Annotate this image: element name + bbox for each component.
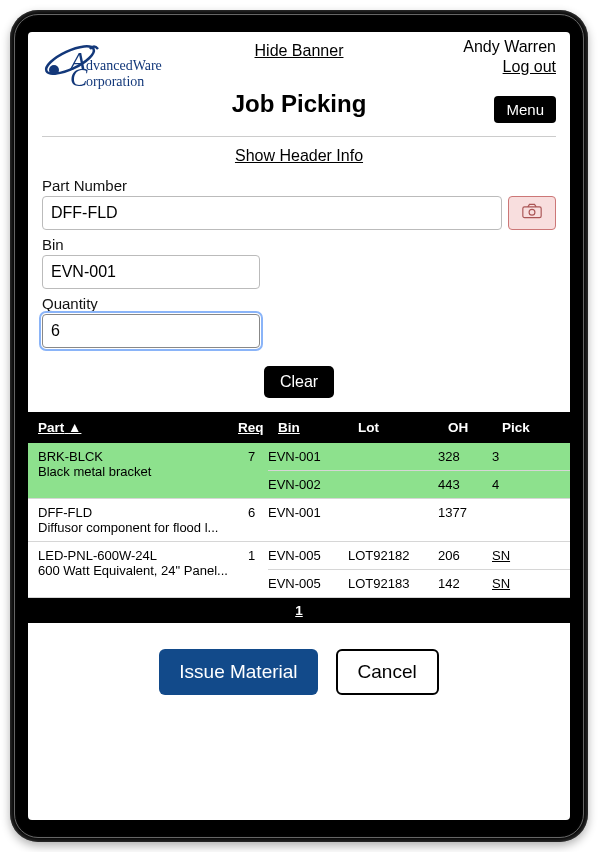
bin-cell: EVN-005: [268, 548, 348, 563]
col-oh: OH: [448, 420, 502, 435]
tablet-frame: A dvancedWare C orporation Hide Banner A…: [10, 10, 588, 842]
quantity-input[interactable]: [42, 314, 260, 348]
col-bin[interactable]: Bin: [278, 420, 358, 435]
logout-link[interactable]: Log out: [463, 58, 556, 76]
bin-cell: EVN-001: [268, 505, 348, 520]
sort-asc-icon: ▲: [68, 420, 81, 435]
lot-cell: [348, 505, 438, 520]
bin-cell: EVN-002: [268, 477, 348, 492]
issue-material-button[interactable]: Issue Material: [159, 649, 317, 695]
pick-cell: [492, 505, 542, 520]
svg-rect-4: [523, 207, 541, 218]
company-logo: A dvancedWare C orporation: [42, 40, 182, 94]
oh-cell: 443: [438, 477, 492, 492]
logo-text-1: dvancedWare: [86, 58, 162, 73]
lot-cell: LOT92183: [348, 576, 438, 591]
req-qty: 7: [248, 449, 255, 464]
part-number-label: Part Number: [42, 177, 556, 194]
camera-icon: [522, 203, 542, 223]
part-description: Black metal bracket: [38, 464, 258, 479]
divider: [42, 136, 556, 137]
part-number: DFF-FLD: [38, 505, 258, 520]
lot-row[interactable]: EVN-005LOT92183142SN: [268, 570, 570, 597]
lot-row[interactable]: EVN-0011377: [268, 499, 570, 526]
req-qty: 1: [248, 548, 255, 563]
camera-button[interactable]: [508, 196, 556, 230]
lot-cell: [348, 449, 438, 464]
bin-input[interactable]: [42, 255, 260, 289]
bin-cell: EVN-005: [268, 576, 348, 591]
user-info: Andy Warren Log out: [463, 38, 556, 76]
logo-text-2: orporation: [86, 74, 144, 89]
col-part[interactable]: Part ▲: [38, 420, 238, 435]
cancel-button[interactable]: Cancel: [336, 649, 439, 695]
user-name: Andy Warren: [463, 38, 556, 56]
table-row[interactable]: BRK-BLCKBlack metal bracket7EVN-0013283E…: [28, 443, 570, 499]
app-screen: A dvancedWare C orporation Hide Banner A…: [28, 32, 570, 820]
lot-row[interactable]: EVN-005LOT92182206SN: [268, 542, 570, 570]
clear-button[interactable]: Clear: [264, 366, 334, 398]
parts-table: Part ▲ Req Bin Lot OH Pick BRK-BLCKBlack…: [28, 412, 570, 623]
col-req[interactable]: Req: [238, 420, 278, 435]
page-title: Job Picking: [42, 90, 556, 118]
bin-cell: EVN-001: [268, 449, 348, 464]
pick-cell: 4: [492, 477, 542, 492]
table-header: Part ▲ Req Bin Lot OH Pick: [28, 412, 570, 443]
sn-link[interactable]: SN: [492, 576, 542, 591]
part-description: Diffusor component for flood l...: [38, 520, 258, 535]
oh-cell: 206: [438, 548, 492, 563]
lot-cell: LOT92182: [348, 548, 438, 563]
quantity-label: Quantity: [42, 295, 556, 312]
pick-cell: 3: [492, 449, 542, 464]
col-pick: Pick: [502, 420, 552, 435]
part-number: BRK-BLCK: [38, 449, 258, 464]
oh-cell: 328: [438, 449, 492, 464]
table-row[interactable]: LED-PNL-600W-24L600 Watt Equivalent, 24"…: [28, 542, 570, 598]
lot-cell: [348, 477, 438, 492]
oh-cell: 1377: [438, 505, 492, 520]
lot-row[interactable]: EVN-0024434: [268, 471, 570, 498]
table-row[interactable]: DFF-FLDDiffusor component for flood l...…: [28, 499, 570, 542]
lot-row[interactable]: EVN-0013283: [268, 443, 570, 471]
oh-cell: 142: [438, 576, 492, 591]
picking-form: Part Number Bin Quantity Clear: [28, 171, 570, 412]
part-description: 600 Watt Equivalent, 24" Panel...: [38, 563, 258, 578]
bin-label: Bin: [42, 236, 556, 253]
part-number-input[interactable]: [42, 196, 502, 230]
pager[interactable]: 1: [28, 598, 570, 623]
footer-actions: Issue Material Cancel: [28, 623, 570, 695]
show-header-info-link[interactable]: Show Header Info: [28, 147, 570, 165]
col-lot: Lot: [358, 420, 448, 435]
svg-point-5: [529, 209, 535, 215]
table-body: BRK-BLCKBlack metal bracket7EVN-0013283E…: [28, 443, 570, 598]
svg-point-1: [49, 65, 59, 75]
header: A dvancedWare C orporation Hide Banner A…: [28, 32, 570, 126]
req-qty: 6: [248, 505, 255, 520]
sn-link[interactable]: SN: [492, 548, 542, 563]
menu-button[interactable]: Menu: [494, 96, 556, 123]
part-number: LED-PNL-600W-24L: [38, 548, 258, 563]
